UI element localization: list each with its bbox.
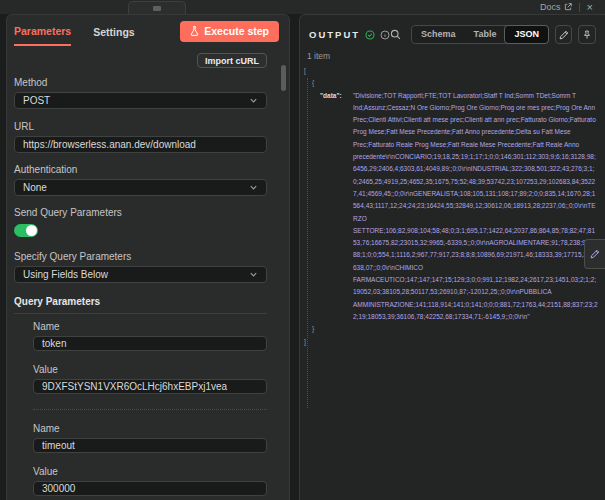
top-strip: Docs × [0, 0, 605, 14]
url-input[interactable] [14, 136, 267, 153]
scrollbar[interactable] [281, 65, 286, 91]
specify-query-parameters-value: Using Fields Below [23, 269, 108, 280]
success-check-icon [365, 30, 375, 40]
info-icon[interactable] [380, 30, 390, 40]
divider [14, 313, 267, 314]
param-name-label: Name [33, 423, 267, 434]
items-count: 1 item [307, 51, 605, 61]
chevron-down-icon [249, 270, 258, 279]
param-value-input[interactable] [33, 379, 267, 394]
grip-icon [153, 6, 161, 11]
authentication-select[interactable]: None [14, 179, 267, 196]
execute-step-button[interactable]: Execute step [180, 21, 279, 42]
method-select[interactable]: POST [14, 92, 267, 109]
external-link-icon [564, 3, 572, 11]
execute-step-label: Execute step [204, 25, 269, 37]
send-query-parameters-toggle[interactable] [14, 224, 38, 237]
json-open-bracket: [ [304, 65, 605, 77]
json-output[interactable]: [ { "data": "Divisione;TOT Rapporti;FTE;… [300, 65, 605, 348]
tab-table[interactable]: Table [465, 26, 506, 43]
param-name-input[interactable] [33, 336, 267, 351]
url-label: URL [14, 121, 267, 132]
node-drag-handle[interactable] [128, 1, 186, 14]
close-icon[interactable]: × [587, 2, 593, 13]
param-value-input[interactable] [33, 481, 267, 496]
chevron-down-icon [249, 183, 258, 192]
pin-icon [582, 30, 592, 40]
import-curl-button[interactable]: Import cURL [197, 53, 267, 68]
tab-settings[interactable]: Settings [93, 17, 134, 45]
docs-label: Docs [540, 2, 561, 12]
authentication-label: Authentication [14, 164, 267, 175]
json-key: "data": [320, 90, 353, 324]
method-label: Method [14, 77, 267, 88]
tab-parameters[interactable]: Parameters [14, 16, 71, 46]
output-header: OUTPUT Schema Table JSON [300, 15, 605, 44]
method-value: POST [23, 95, 50, 106]
edit-output-button[interactable] [555, 25, 573, 44]
panel-body: Import cURL Method POST URL Authenticati… [7, 53, 289, 500]
toggle-knob [26, 225, 37, 236]
indent-guide [307, 78, 308, 408]
param-name-label: Name [33, 321, 267, 332]
param-value-label: Value [33, 364, 267, 375]
output-title: OUTPUT [309, 29, 360, 40]
chevron-down-icon [249, 96, 258, 105]
query-parameters-section-label: Query Parameters [14, 296, 267, 307]
param-name-input[interactable] [33, 438, 267, 453]
tab-json[interactable]: JSON [504, 25, 549, 44]
param-value-label: Value [33, 466, 267, 477]
flask-icon [190, 26, 199, 36]
send-query-parameters-label: Send Query Parameters [14, 207, 267, 218]
window-controls: Docs × [540, 0, 593, 14]
pencil-icon [559, 30, 569, 40]
tab-schema[interactable]: Schema [412, 26, 465, 43]
docs-link[interactable]: Docs [540, 2, 572, 12]
pin-output-button[interactable] [578, 25, 596, 44]
divider [579, 3, 580, 12]
divider [33, 409, 267, 410]
authentication-value: None [23, 182, 47, 193]
edit-output-inline-button[interactable] [584, 239, 605, 269]
json-close-bracket: ] [304, 336, 605, 348]
view-mode-tabs: Schema Table JSON [411, 25, 549, 44]
parameters-panel: Parameters Settings Execute step Import … [6, 14, 290, 500]
query-parameter-item: Name Value Name Value [33, 321, 267, 496]
pencil-icon [590, 249, 600, 259]
json-value: "Divisione;TOT Rapporti;FTE;TOT Lavorato… [353, 90, 598, 324]
specify-query-parameters-select[interactable]: Using Fields Below [14, 266, 267, 283]
node-detail-view: Docs × Parameters Settings Execute step … [0, 0, 605, 500]
json-close-brace: } [304, 323, 605, 335]
json-open-brace: { [304, 77, 605, 89]
panel-header: Parameters Settings Execute step [7, 15, 289, 47]
output-panel: OUTPUT Schema Table JSON 1 item [299, 14, 605, 500]
search-icon[interactable] [390, 29, 401, 40]
specify-query-parameters-label: Specify Query Parameters [14, 251, 267, 262]
